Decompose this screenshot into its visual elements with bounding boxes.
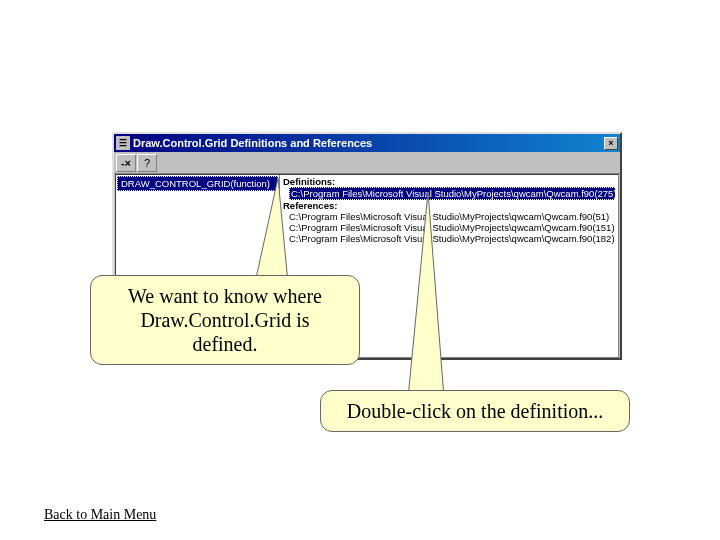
svg-marker-0 — [255, 178, 288, 283]
svg-marker-1 — [408, 192, 444, 398]
callout-double-click: Double-click on the definition... — [320, 390, 630, 432]
callout2-text: Double-click on the definition... — [347, 400, 604, 422]
callout1-line1: We want to know where — [128, 285, 322, 307]
back-to-main-menu-link[interactable]: Back to Main Menu — [44, 507, 156, 523]
callout-where-defined: We want to know where Draw.Control.Grid … — [90, 275, 360, 365]
callout-pointers — [0, 0, 720, 540]
callout1-line2: Draw.Control.Grid is defined. — [140, 309, 309, 355]
